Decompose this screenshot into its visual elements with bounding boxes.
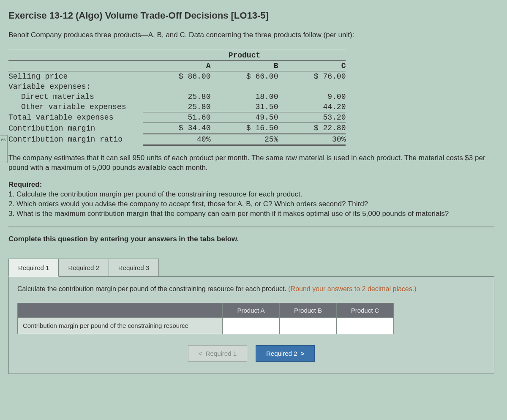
col-a: A <box>143 61 210 71</box>
col-b: B <box>210 61 278 71</box>
req-item-1: 1. Calculate the contribution margin per… <box>8 190 494 199</box>
cell: 30% <box>278 134 346 145</box>
prev-button: <Required 1 <box>188 345 247 362</box>
exercise-title: Exercise 13-12 (Algo) Volume Trade-Off D… <box>8 10 494 21</box>
cell: $ 76.00 <box>278 71 346 82</box>
next-button[interactable]: Required 2> <box>256 345 315 362</box>
cell: 51.60 <box>143 112 210 123</box>
cell: 40% <box>143 134 210 145</box>
product-header: Product <box>143 50 346 61</box>
cell: $ 34.40 <box>143 123 210 134</box>
answer-row-label: Contribution margin per pound of the con… <box>18 317 223 334</box>
cell: $ 22.80 <box>278 123 346 134</box>
input-product-c[interactable] <box>337 317 394 334</box>
tab-required-3[interactable]: Required 3 <box>109 259 159 277</box>
prev-label: Required 1 <box>206 350 237 357</box>
cell: 9.00 <box>278 92 346 102</box>
product-data-table: Product A B C Selling price $ 86.00 $ 66… <box>8 50 494 146</box>
cell: 44.20 <box>278 102 346 112</box>
divider <box>8 226 494 227</box>
panel-prompt: Calculate the contribution margin per po… <box>17 285 485 293</box>
panel-prompt-main: Calculate the contribution margin per po… <box>17 285 288 292</box>
tab-required-1[interactable]: Required 1 <box>8 259 59 277</box>
secondary-paragraph: The company estimates that it can sell 9… <box>8 153 494 173</box>
cell: 25.80 <box>143 102 210 112</box>
row-var-exp-header: Variable expenses: <box>8 82 143 92</box>
req-item-3: 3. What is the maximum contribution marg… <box>8 209 494 219</box>
cell: 31.50 <box>210 102 278 112</box>
row-direct-materials: Direct materials <box>8 92 143 102</box>
row-other-var-exp: Other variable expenses <box>8 102 143 112</box>
answer-col-a: Product A <box>223 303 280 317</box>
lead-paragraph: Benoit Company produces three products—A… <box>8 30 494 40</box>
input-product-b[interactable] <box>280 317 337 334</box>
chevron-right-icon: > <box>300 350 304 357</box>
row-selling-price: Selling price <box>8 71 143 82</box>
cell: 18.00 <box>210 92 278 102</box>
cell: 25% <box>210 134 278 145</box>
cell: 49.50 <box>210 112 278 123</box>
cell: 53.20 <box>278 112 346 123</box>
row-contribution-margin: Contribution margin <box>8 123 143 134</box>
cell: $ 86.00 <box>143 71 210 82</box>
cell: $ 16.50 <box>210 123 278 134</box>
panel-nav: <Required 1 Required 2> <box>17 345 485 362</box>
tab-required-2[interactable]: Required 2 <box>58 259 109 277</box>
required-heading: Required: <box>8 180 494 189</box>
answer-col-b: Product B <box>280 303 337 317</box>
row-total-var-exp: Total variable expenses <box>8 112 143 123</box>
input-product-a[interactable] <box>223 317 280 334</box>
answer-tabs: Required 1 Required 2 Required 3 <box>8 259 494 277</box>
answer-col-c: Product C <box>337 303 394 317</box>
required-list: 1. Calculate the contribution margin per… <box>8 190 494 219</box>
cell: $ 66.00 <box>210 71 278 82</box>
col-c: C <box>278 61 346 71</box>
answer-table: Product A Product B Product C Contributi… <box>17 303 394 334</box>
next-label: Required 2 <box>266 350 297 357</box>
exercise-page: Exercise 13-12 (Algo) Volume Trade-Off D… <box>0 0 507 374</box>
cell: 25.80 <box>143 92 210 102</box>
row-cm-ratio: Contribution margin ratio <box>8 134 143 145</box>
chevron-left-icon: < <box>199 350 202 357</box>
panel-prompt-hint: (Round your answers to 2 decimal places.… <box>288 285 416 292</box>
req-item-2: 2. Which orders would you advise the com… <box>8 199 494 209</box>
answer-panel: Calculate the contribution margin per po… <box>8 276 494 374</box>
complete-instruction: Complete this question by entering your … <box>8 235 494 243</box>
